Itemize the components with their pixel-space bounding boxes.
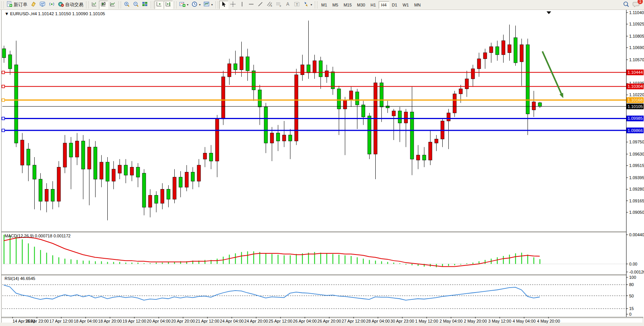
timeframe-button-m30[interactable]: M30 (354, 1, 368, 9)
candle-body[interactable] (136, 167, 140, 177)
chart-profile-button[interactable] (38, 1, 47, 9)
candle-body[interactable] (398, 111, 402, 123)
candle-body[interactable] (313, 61, 316, 73)
candle-body[interactable] (477, 59, 481, 68)
candle-body[interactable] (532, 102, 536, 110)
periods-button[interactable]: ▾ (190, 1, 202, 9)
tile-windows-button[interactable] (140, 1, 150, 9)
candle-body[interactable] (496, 47, 499, 55)
search-icon[interactable] (623, 1, 630, 9)
timeframe-button-d1[interactable]: D1 (389, 1, 400, 9)
time-axis-label[interactable]: 24 Apr 20:00 (244, 319, 268, 323)
candle-body[interactable] (124, 165, 128, 175)
chart-shift-button[interactable] (164, 1, 173, 9)
time-axis-label[interactable]: 26 Apr 20:00 (317, 319, 341, 323)
line-anchor-handle[interactable] (2, 129, 5, 132)
candle-body[interactable] (471, 69, 475, 79)
candle-body[interactable] (45, 189, 48, 201)
candle-body[interactable] (301, 65, 304, 75)
candle-body[interactable] (325, 71, 328, 77)
line-anchor-handle[interactable] (2, 85, 5, 88)
time-axis-label[interactable]: 2 May 20:00 (464, 319, 487, 323)
time-axis-label[interactable]: 24 Apr 04:00 (220, 319, 244, 323)
indicators-button[interactable]: ▾ (178, 1, 190, 9)
candle-body[interactable] (416, 155, 420, 160)
timeframe-button-h1[interactable]: H1 (368, 1, 378, 9)
channel-tool-button[interactable]: E (265, 1, 274, 9)
signals-button[interactable] (47, 1, 56, 9)
line-chart-type-button[interactable] (108, 1, 117, 9)
candle-body[interactable] (435, 139, 438, 143)
candle-body[interactable] (526, 45, 529, 114)
timeframe-button-w1[interactable]: W1 (400, 1, 412, 9)
timeframe-button-h4[interactable]: H4 (379, 1, 389, 9)
chart-window[interactable]: 1.110401.109251.108051.106901.105701.103… (0, 10, 644, 326)
timeframe-button-mn[interactable]: MN (411, 1, 423, 9)
time-axis-label[interactable]: 21 Apr 12:00 (196, 319, 219, 323)
candle-body[interactable] (228, 64, 231, 77)
candle-body[interactable] (234, 64, 237, 70)
time-axis-label[interactable]: 2 May 04:00 (440, 319, 463, 323)
candle-body[interactable] (75, 141, 79, 157)
candle-body[interactable] (148, 195, 152, 207)
candle-body[interactable] (14, 65, 18, 143)
new-order-button[interactable]: 新订单 (5, 1, 29, 9)
candle-body[interactable] (422, 155, 426, 160)
candle-body[interactable] (8, 55, 12, 69)
time-axis-label[interactable]: 20 Apr 20:00 (171, 319, 195, 323)
candle-body[interactable] (203, 153, 207, 159)
time-axis-label[interactable]: 20 Apr 04:00 (147, 319, 171, 323)
time-axis-label[interactable]: 28 Apr 04:00 (366, 319, 390, 323)
candle-body[interactable] (289, 135, 292, 141)
candle-body[interactable] (130, 167, 134, 175)
time-axis-label[interactable]: 4 May 20:00 (537, 319, 560, 323)
candle-body[interactable] (459, 89, 462, 94)
candle-body[interactable] (404, 112, 408, 123)
candle-body[interactable] (386, 106, 389, 108)
candle-body[interactable] (81, 141, 85, 169)
candle-body[interactable] (2, 49, 6, 58)
candle-body[interactable] (264, 107, 268, 143)
candle-body[interactable] (191, 172, 194, 181)
time-axis-label[interactable]: 25 Apr 12:00 (269, 319, 292, 323)
bar-chart-type-button[interactable] (90, 1, 99, 9)
auto-trading-button[interactable]: 自动交易 (56, 1, 85, 9)
time-axis-label[interactable]: 3 May 12:00 (488, 319, 512, 323)
candlestick-chart-type-button[interactable] (99, 1, 108, 9)
candle-body[interactable] (307, 65, 310, 73)
candle-body[interactable] (349, 91, 353, 100)
arrows-tool-button[interactable]: ▾ (301, 1, 314, 9)
candle-body[interactable] (483, 53, 487, 59)
candle-body[interactable] (155, 195, 158, 203)
candle-body[interactable] (142, 173, 146, 207)
periods-dropdown-caret[interactable]: ▾ (199, 3, 201, 6)
candle-body[interactable] (362, 105, 365, 117)
time-axis-label[interactable]: 17 Apr 12:00 (49, 319, 73, 323)
candle-body[interactable] (33, 165, 36, 179)
candle-body[interactable] (167, 189, 170, 199)
candle-body[interactable] (489, 47, 493, 53)
candle-body[interactable] (161, 189, 164, 203)
candle-body[interactable] (240, 57, 243, 70)
candle-body[interactable] (355, 92, 359, 105)
candle-body[interactable] (520, 45, 523, 62)
timeframe-button-m1[interactable]: M1 (319, 1, 330, 9)
vertical-line-tool-button[interactable] (238, 1, 247, 9)
candle-body[interactable] (447, 113, 450, 121)
cursor-tool-button[interactable] (219, 1, 228, 9)
candle-body[interactable] (319, 61, 322, 77)
line-anchor-handle[interactable] (2, 99, 5, 102)
candle-body[interactable] (209, 153, 213, 161)
templates-button[interactable]: ▾ (202, 1, 214, 9)
candle-body[interactable] (222, 77, 225, 119)
line-anchor-handle[interactable] (2, 117, 5, 120)
candle-body[interactable] (453, 94, 456, 113)
candle-body[interactable] (270, 133, 274, 143)
text-tool-button[interactable]: A (283, 1, 292, 9)
candle-body[interactable] (246, 57, 249, 71)
candle-body[interactable] (508, 45, 511, 52)
candle-body[interactable] (69, 143, 73, 157)
candle-body[interactable] (295, 75, 298, 141)
candle-body[interactable] (63, 143, 67, 167)
market-watch-button[interactable] (29, 1, 38, 9)
